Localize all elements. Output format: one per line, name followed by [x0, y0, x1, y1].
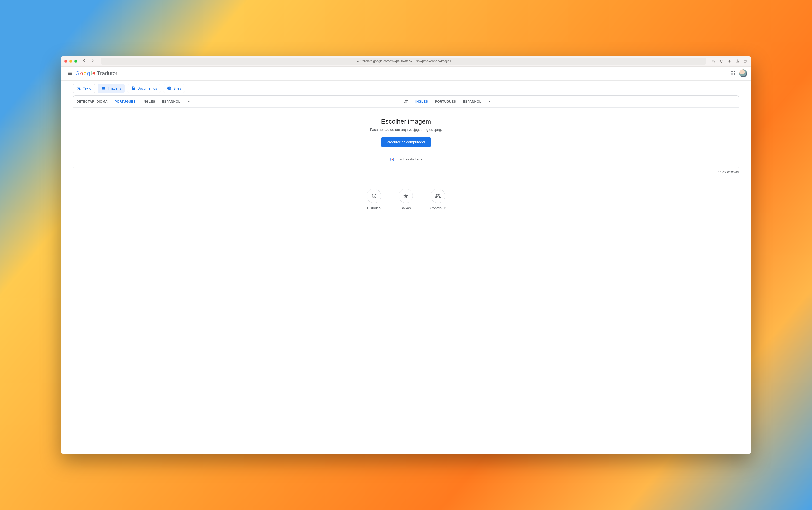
- language-bar: DETECTAR IDIOMA PORTUGUÊS INGLÊS ESPANHO…: [73, 96, 739, 108]
- url-text: translate.google.com/?hl=pt-BR&tab=TT&sl…: [360, 59, 451, 63]
- translate-card: DETECTAR IDIOMA PORTUGUÊS INGLÊS ESPANHO…: [73, 95, 739, 168]
- target-languages: INGLÊS PORTUGUÊS ESPANHOL: [412, 96, 739, 107]
- globe-icon: [167, 86, 171, 91]
- address-bar[interactable]: translate.google.com/?hl=pt-BR&tab=TT&sl…: [100, 58, 706, 65]
- browser-window: translate.google.com/?hl=pt-BR&tab=TT&sl…: [61, 56, 751, 454]
- lens-icon: [390, 157, 394, 162]
- contribute-shortcut[interactable]: Contribuir: [430, 189, 445, 210]
- lens-footer: Tradutor do Lens: [78, 157, 734, 162]
- chevron-down-icon: [186, 99, 191, 104]
- history-shortcut[interactable]: Histórico: [367, 189, 381, 210]
- lens-label: Tradutor do Lens: [397, 157, 422, 161]
- target-lang-more[interactable]: [485, 99, 495, 104]
- saved-shortcut[interactable]: Salvas: [399, 189, 413, 210]
- history-icon: [371, 193, 377, 199]
- target-lang-portuguese[interactable]: PORTUGUÊS: [431, 96, 459, 107]
- chevron-down-icon: [487, 99, 492, 104]
- lock-icon: [356, 60, 359, 63]
- titlebar: translate.google.com/?hl=pt-BR&tab=TT&sl…: [61, 56, 751, 66]
- page-content: Texto Imagens Documentos Sites DETECTAR …: [61, 81, 751, 454]
- source-lang-more[interactable]: [184, 99, 194, 104]
- source-lang-portuguese[interactable]: PORTUGUÊS: [111, 96, 139, 107]
- source-languages: DETECTAR IDIOMA PORTUGUÊS INGLÊS ESPANHO…: [73, 96, 400, 107]
- browse-computer-button[interactable]: Procurar no computador: [381, 137, 431, 147]
- footer-shortcuts: Histórico Salvas Contribuir: [61, 189, 751, 210]
- people-icon: [435, 193, 441, 199]
- source-lang-english[interactable]: INGLÊS: [139, 96, 158, 107]
- tabs-overview-icon[interactable]: [743, 59, 748, 63]
- translate-extension-icon[interactable]: [712, 59, 716, 63]
- share-icon[interactable]: [735, 59, 740, 63]
- mode-tab-sites[interactable]: Sites: [163, 84, 185, 93]
- brand-logo[interactable]: Google Tradutor: [75, 70, 117, 77]
- minimize-window-button[interactable]: [69, 60, 72, 63]
- google-apps-button[interactable]: [731, 71, 736, 76]
- swap-languages-button[interactable]: [400, 96, 412, 107]
- swap-icon: [404, 99, 408, 104]
- window-controls: [64, 60, 77, 63]
- forward-button[interactable]: [90, 59, 96, 64]
- upload-title: Escolher imagem: [78, 118, 734, 125]
- mode-tab-images[interactable]: Imagens: [98, 84, 125, 93]
- upload-area: Escolher imagem Faça upload de um arquiv…: [73, 108, 739, 168]
- new-tab-icon[interactable]: [727, 59, 732, 63]
- document-icon: [131, 86, 136, 91]
- upload-subtitle: Faça upload de um arquivo .jpg, .jpeg ou…: [78, 128, 734, 132]
- brand-subtitle: Tradutor: [97, 70, 117, 77]
- svg-point-3: [393, 158, 393, 159]
- send-feedback-link[interactable]: Enviar feedback: [61, 168, 751, 174]
- fullscreen-window-button[interactable]: [74, 60, 77, 63]
- main-menu-button[interactable]: [65, 68, 75, 78]
- translate-text-icon: [77, 86, 81, 91]
- source-lang-detect[interactable]: DETECTAR IDIOMA: [73, 96, 111, 107]
- image-icon: [102, 86, 106, 91]
- svg-point-2: [392, 159, 393, 160]
- mode-tab-documents[interactable]: Documentos: [127, 84, 161, 93]
- back-button[interactable]: [81, 59, 87, 64]
- reload-icon[interactable]: [719, 59, 724, 63]
- app-header: Google Tradutor: [61, 66, 751, 81]
- close-window-button[interactable]: [64, 60, 67, 63]
- source-lang-spanish[interactable]: ESPANHOL: [158, 96, 184, 107]
- svg-rect-0: [744, 60, 746, 63]
- toolbar-right: [712, 59, 748, 63]
- mode-tab-text[interactable]: Texto: [73, 84, 95, 93]
- star-icon: [403, 193, 409, 199]
- mode-tabs: Texto Imagens Documentos Sites: [61, 81, 751, 95]
- target-lang-english[interactable]: INGLÊS: [412, 96, 431, 107]
- account-avatar[interactable]: [739, 69, 747, 77]
- target-lang-spanish[interactable]: ESPANHOL: [459, 96, 485, 107]
